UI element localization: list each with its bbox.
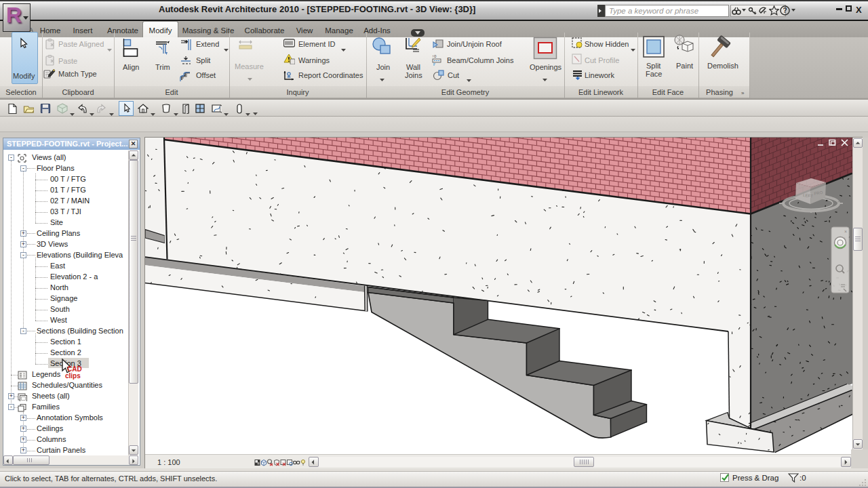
svg-text:×: × <box>844 229 847 234</box>
svg-text:↑0: ↑0 <box>432 54 437 58</box>
svg-text:?: ? <box>783 7 787 14</box>
